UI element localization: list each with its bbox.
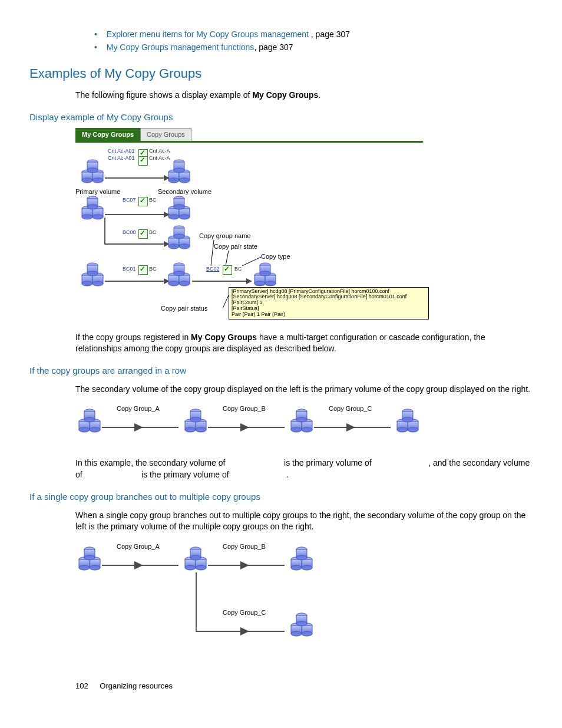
- svg-point-40: [174, 205, 184, 209]
- svg-point-86: [265, 281, 276, 286]
- svg-point-184: [302, 631, 312, 636]
- svg-marker-178: [240, 627, 249, 635]
- svg-marker-137: [134, 423, 143, 431]
- svg-point-31: [87, 205, 98, 209]
- svg-point-162: [190, 555, 201, 560]
- svg-text:Copy pair state: Copy pair state: [214, 243, 257, 250]
- svg-text:BC: BC: [149, 197, 157, 203]
- tab-my-copy-groups[interactable]: My Copy Groups: [75, 128, 140, 141]
- svg-marker-175: [240, 561, 249, 569]
- para-after-fig1: If the copy groups registered in My Copy…: [75, 332, 533, 355]
- figure-caption: Display example of My Copy Groups: [29, 112, 533, 122]
- svg-point-114: [196, 427, 206, 432]
- svg-text:Copy pair status: Copy pair status: [161, 305, 208, 312]
- page-number: 102: [75, 681, 88, 690]
- svg-point-34: [168, 215, 179, 219]
- svg-point-89: [260, 271, 270, 276]
- svg-point-187: [296, 621, 307, 626]
- svg-point-28: [92, 215, 103, 219]
- svg-text:Copy group name: Copy group name: [199, 232, 250, 239]
- svg-text:BC02: BC02: [206, 266, 220, 272]
- svg-point-132: [408, 427, 418, 432]
- svg-text:Copy Group_A: Copy Group_A: [117, 405, 160, 412]
- page-footer: 102 Organizing resources: [75, 681, 533, 690]
- svg-point-37: [179, 215, 190, 219]
- svg-point-2: [82, 178, 92, 183]
- sub2-example: In this example, the secondary volume of…: [75, 457, 533, 480]
- svg-marker-80: [246, 278, 252, 284]
- svg-point-150: [90, 565, 100, 570]
- svg-point-17: [174, 168, 184, 173]
- check-icon: [138, 197, 148, 206]
- toc-item: My Copy Groups management functions, pag…: [94, 42, 533, 52]
- svg-point-105: [90, 427, 100, 432]
- svg-point-129: [397, 427, 408, 432]
- figure-3: Copy Group_A Copy Group_B Copy Group_C: [75, 540, 533, 658]
- text: If the copy groups registered in: [75, 332, 191, 342]
- section-intro: The following figure shows a display exa…: [75, 90, 533, 101]
- sub2-para: The secondary volume of the copy group d…: [75, 384, 533, 396]
- svg-point-76: [174, 271, 184, 276]
- svg-text:Copy Group_B: Copy Group_B: [223, 405, 266, 412]
- svg-text:BC07: BC07: [123, 197, 136, 203]
- toc-link[interactable]: Explorer menu items for My Copy Groups m…: [107, 29, 311, 39]
- chapter-title: Organizing resources: [100, 681, 173, 690]
- svg-text:Copy Group_C: Copy Group_C: [223, 609, 266, 616]
- svg-point-126: [296, 417, 307, 422]
- svg-point-147: [79, 565, 90, 570]
- tab-copy-groups[interactable]: Copy Groups: [140, 128, 191, 141]
- svg-text:BC: BC: [149, 266, 157, 272]
- svg-point-153: [84, 555, 95, 560]
- secondary-volume-label: Secondary volume: [158, 188, 211, 195]
- svg-point-108: [84, 417, 95, 422]
- check-icon: [138, 265, 148, 275]
- svg-point-111: [185, 427, 196, 432]
- svg-point-123: [302, 427, 312, 432]
- svg-point-54: [174, 234, 184, 239]
- subhead-branch: If a single copy group branches out to m…: [29, 492, 533, 502]
- svg-point-135: [402, 417, 413, 422]
- intro-text: The following figure shows a display exa…: [75, 90, 252, 100]
- svg-text:BC01: BC01: [123, 266, 136, 272]
- svg-point-51: [179, 244, 190, 249]
- text: .: [286, 470, 289, 479]
- svg-point-171: [296, 555, 307, 560]
- svg-text:Cnt Ac-A: Cnt Ac-A: [149, 155, 170, 161]
- svg-text:Cnt Ac-A01: Cnt Ac-A01: [108, 155, 135, 161]
- svg-point-5: [92, 178, 103, 183]
- section-title: Examples of My Copy Groups: [29, 66, 533, 81]
- svg-point-25: [82, 215, 92, 219]
- tooltip-line: [PairCount] 1: [232, 300, 426, 306]
- text: is the primary volume of: [282, 458, 373, 467]
- figure-2: Copy Group_A Copy Group_B Copy Group_C: [75, 402, 533, 449]
- svg-marker-173: [134, 561, 143, 569]
- text: is the primary volume of: [139, 470, 231, 479]
- check-icon: [138, 229, 148, 239]
- svg-point-11: [168, 178, 179, 183]
- svg-point-165: [291, 565, 302, 570]
- check-icon: [223, 265, 232, 275]
- svg-line-95: [226, 251, 229, 266]
- svg-marker-139: [240, 423, 249, 431]
- tooltip-box: [PrimaryServer] hcdg08 [PrimaryConfigura…: [229, 287, 429, 319]
- svg-point-62: [92, 281, 103, 286]
- check-icon: [138, 156, 148, 166]
- svg-point-159: [196, 565, 206, 570]
- svg-point-73: [179, 281, 190, 286]
- svg-text:BC: BC: [234, 266, 242, 272]
- svg-text:Cnt Ac-A: Cnt Ac-A: [149, 148, 170, 154]
- svg-point-102: [79, 427, 90, 432]
- text: In this example, the secondary volume of: [75, 458, 227, 467]
- text-bold: My Copy Groups: [191, 332, 257, 342]
- label: Cnt Ac-A01: [108, 148, 135, 154]
- svg-point-117: [190, 417, 201, 422]
- intro-text: .: [318, 90, 320, 100]
- toc-link[interactable]: My Copy Groups management functions: [107, 42, 254, 52]
- svg-point-120: [291, 427, 302, 432]
- svg-point-65: [87, 271, 98, 276]
- svg-text:Copy Group_B: Copy Group_B: [223, 543, 266, 550]
- svg-text:Copy Group_C: Copy Group_C: [329, 405, 372, 412]
- svg-point-8: [87, 168, 98, 173]
- svg-point-48: [168, 244, 179, 249]
- intro-bold: My Copy Groups: [252, 90, 318, 100]
